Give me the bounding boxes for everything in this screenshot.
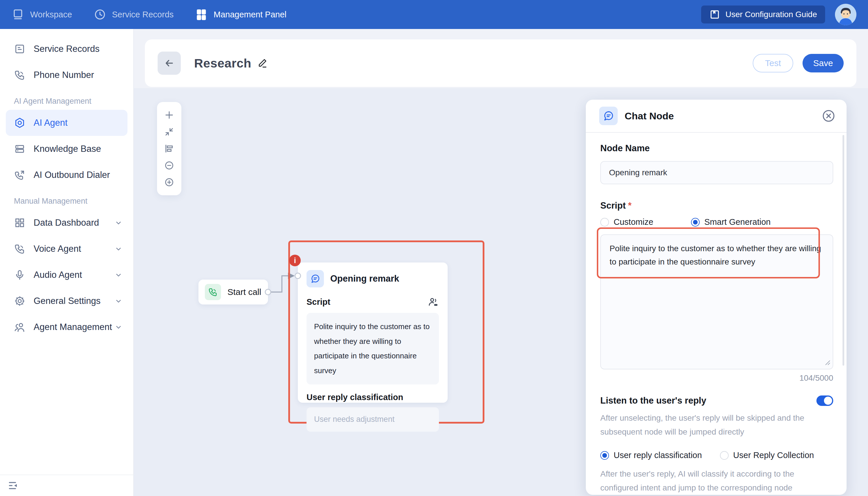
sidebar-item-agent-management[interactable]: Agent Management <box>6 314 127 340</box>
clock-icon <box>94 8 106 21</box>
top-navbar: Workspace Service Records Management Pan… <box>0 0 868 29</box>
sidebar-item-label: Data Dashboard <box>34 218 115 228</box>
nav-item-management-panel[interactable]: Management Panel <box>195 8 286 21</box>
user-reply-classification-radio[interactable] <box>600 451 609 460</box>
zoom-in-button[interactable] <box>157 174 181 191</box>
add-node-button[interactable] <box>157 107 181 123</box>
script-row: Script <box>307 296 439 308</box>
user-configuration-guide-button[interactable]: User Configuration Guide <box>701 5 825 24</box>
sidebar-item-data-dashboard[interactable]: Data Dashboard <box>6 210 127 236</box>
output-port-handle[interactable] <box>265 289 271 295</box>
server-icon <box>14 143 26 155</box>
chevron-down-icon <box>115 245 122 253</box>
nav-label: Workspace <box>30 10 72 19</box>
main-content: Research Test Save <box>134 29 868 496</box>
users-icon <box>14 321 26 333</box>
sidebar-item-ai-outbound-dialer[interactable]: AI Outbound Dialer <box>6 162 127 188</box>
sidebar-section-ai-agent-management: AI Agent Management <box>14 97 127 106</box>
chat-node-config-panel: Chat Node Node Name Script* <box>586 100 847 495</box>
chevron-down-icon <box>115 297 122 305</box>
chevron-down-icon <box>115 323 122 331</box>
microphone-icon <box>14 269 26 281</box>
sidebar-item-phone-number[interactable]: Phone Number <box>6 62 127 88</box>
zoom-out-button[interactable] <box>157 157 181 174</box>
user-reply-classification-label[interactable]: User reply classification <box>614 450 702 460</box>
chat-node-opening-remark[interactable]: Opening remark Script Polite inquiry t <box>298 263 448 403</box>
error-info-badge: i <box>289 255 301 266</box>
sidebar-item-label: AI Outbound Dialer <box>34 170 122 180</box>
flow-canvas[interactable]: Start call i <box>134 88 868 496</box>
edit-title-pencil-icon[interactable] <box>257 58 268 68</box>
smart-generation-radio-label[interactable]: Smart Generation <box>704 217 771 227</box>
sidebar-item-audio-agent[interactable]: Audio Agent <box>6 262 127 288</box>
document-icon <box>14 43 26 55</box>
user-reply-collection-radio[interactable] <box>720 451 729 460</box>
sidebar: Service Records Phone Number AI Agent Ma… <box>0 29 134 496</box>
reply-mode-radios: User reply classification User Reply Col… <box>600 450 833 460</box>
collapse-sidebar-icon[interactable] <box>8 480 18 491</box>
listen-label: Listen to the user's reply <box>600 396 706 406</box>
sidebar-item-ai-agent[interactable]: AI Agent <box>6 110 127 136</box>
required-asterisk: * <box>628 201 632 211</box>
ai-agent-hexagon-icon <box>14 117 26 129</box>
panel-header: Chat Node <box>586 100 847 132</box>
smart-generation-radio[interactable] <box>691 218 700 227</box>
script-preview: Polite inquiry to the customer as to whe… <box>307 313 439 385</box>
nav-item-service-records[interactable]: Service Records <box>94 8 174 21</box>
script-textarea-wrapper: Polite inquiry to the customer as to whe… <box>600 234 833 369</box>
gear-icon <box>14 295 26 307</box>
resize-handle-icon[interactable] <box>824 359 830 367</box>
sidebar-item-label: Audio Agent <box>34 270 115 280</box>
customize-radio-label[interactable]: Customize <box>614 217 653 227</box>
user-reply-collection-label[interactable]: User Reply Collection <box>733 450 814 460</box>
sidebar-item-label: Service Records <box>34 44 122 54</box>
node-name-input[interactable] <box>600 161 833 184</box>
page-title: Research <box>194 56 251 71</box>
listen-toggle[interactable] <box>817 396 833 406</box>
flow-header: Research Test Save <box>145 40 856 87</box>
chat-bubble-icon <box>307 270 324 288</box>
sidebar-section-manual-management: Manual Management <box>14 197 127 206</box>
user-avatar[interactable] <box>835 4 856 25</box>
nav-item-workspace[interactable]: Workspace <box>12 8 72 21</box>
classification-help-text: After the user's reply, AI will classify… <box>600 467 821 495</box>
reply-placeholder: User needs adjustment <box>307 407 439 432</box>
panel-title: Chat Node <box>625 110 822 122</box>
back-button[interactable] <box>158 51 181 75</box>
close-icon[interactable] <box>822 109 836 123</box>
input-port-handle[interactable] <box>295 273 301 279</box>
user-voice-icon[interactable] <box>427 296 439 308</box>
customize-radio[interactable] <box>600 218 609 227</box>
script-textarea[interactable]: Polite inquiry to the customer as to whe… <box>600 234 833 369</box>
script-label: Script <box>307 297 330 307</box>
listen-help-text: After unselecting, the user's reply will… <box>600 411 821 439</box>
panel-body: Node Name Script* Customize Smart Genera… <box>586 133 847 495</box>
sidebar-item-general-settings[interactable]: General Settings <box>6 288 127 314</box>
sidebar-item-service-records[interactable]: Service Records <box>6 36 127 62</box>
monitor-icon <box>12 8 24 21</box>
sidebar-item-label: Agent Management <box>34 322 115 332</box>
sidebar-item-label: Voice Agent <box>34 244 115 254</box>
script-label-text: Script <box>600 201 626 211</box>
sidebar-item-label: General Settings <box>34 296 115 306</box>
sidebar-item-voice-agent[interactable]: Voice Agent <box>6 236 127 262</box>
canvas-toolbar <box>157 102 181 195</box>
guide-book-icon <box>709 9 720 20</box>
test-button[interactable]: Test <box>753 54 793 73</box>
sidebar-item-knowledge-base[interactable]: Knowledge Base <box>6 136 127 162</box>
main-layout: Service Records Phone Number AI Agent Ma… <box>0 29 868 496</box>
dashboard-icon <box>14 217 26 229</box>
guide-button-label: User Configuration Guide <box>726 10 817 19</box>
fit-view-button[interactable] <box>157 123 181 140</box>
panel-scrollbar[interactable] <box>842 135 844 366</box>
start-call-node[interactable]: Start call <box>199 280 268 305</box>
start-node-label: Start call <box>228 287 261 297</box>
listen-row: Listen to the user's reply <box>600 396 833 406</box>
reply-classification-label: User reply classification <box>307 392 403 402</box>
auto-layout-button[interactable] <box>157 140 181 157</box>
nav-label: Management Panel <box>214 10 286 19</box>
nav-label: Service Records <box>112 10 174 19</box>
save-button[interactable]: Save <box>803 54 844 73</box>
phone-icon <box>14 243 26 255</box>
sidebar-item-label: Knowledge Base <box>34 144 122 154</box>
